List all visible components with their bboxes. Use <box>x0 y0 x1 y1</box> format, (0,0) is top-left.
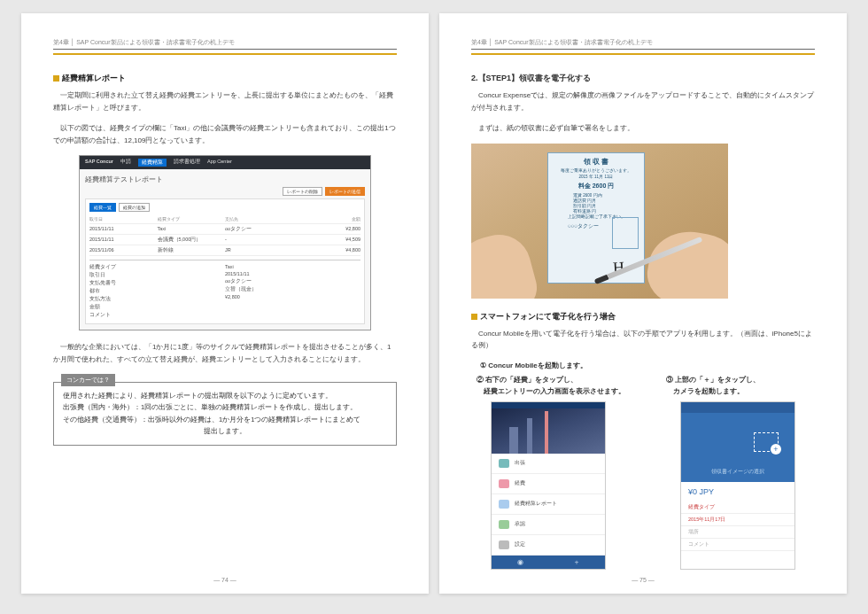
ss-button-row: レポートの削除 レポートの送信 <box>85 187 365 196</box>
list-item: 経費 <box>492 474 605 494</box>
form-field: 場所 <box>681 526 794 539</box>
ss-tab: 経費一覧 <box>89 203 116 212</box>
phone-col-left: ② 右下の「経費」をタップし、 経費エントリーの入力画面を表示させます。 出張 … <box>471 376 625 570</box>
ss-add-button: 経費の追加 <box>119 203 150 212</box>
section-title: スマートフォンにて電子化を行う場合 <box>471 311 815 323</box>
paragraph: Concur Mobileを用いて電子化を行う場合は、以下の手順でアプリを利用し… <box>471 328 815 352</box>
step-3-label: ③ 上部の「＋」をタップし、 <box>666 376 815 385</box>
phone-upload-area: 領収書イメージの選択 <box>681 413 794 482</box>
step-2-label: ② 右下の「経費」をタップし、 <box>477 376 625 385</box>
receipt-stamp-box <box>612 217 639 249</box>
ss-nav-item-active: 経費精算 <box>138 159 167 167</box>
hand-right <box>642 225 728 299</box>
ss-detail-pane: 経費タイプ 取引日 支払先番号 都市 支払方法 金額 コメント Taxi 201… <box>89 260 360 320</box>
table-row: 2015/11/11Taxiooタクシー¥2,800 <box>89 224 360 235</box>
form-field: コメント <box>681 539 794 551</box>
phone-mock-home: 出張 経費 経費精算レポート 承認 設定 ◉ ＋ <box>491 401 606 570</box>
list-item: 経費精算レポート <box>492 494 605 515</box>
page-header: 第4章 │ SAP Concur製品による領収書・請求書電子化の机上デモ <box>471 38 815 50</box>
car-icon <box>499 479 509 488</box>
table-row: 2015/11/06新幹線JR¥4,800 <box>89 245 360 256</box>
bullet-square-icon <box>471 314 477 320</box>
photo-receipt-signing: 領 収 書 毎度ご乗車ありがとうございます。 2015 年 11月 11日 料金… <box>471 144 728 299</box>
list-item: 出張 <box>492 454 605 474</box>
phone-tab-bar: ◉ ＋ <box>492 556 605 569</box>
step-1: ① Concur Mobileを起動します。 <box>480 361 815 370</box>
phone-mock-entry: 領収書イメージの選択 ¥0 JPY 経費タイプ 2015年11月17日 場所 コ… <box>680 401 795 570</box>
paragraph: 一般的な企業においては、「1か月に1度」等のサイクルで経費精算レポートを提出させ… <box>53 341 397 365</box>
ss-submit-button: レポートの送信 <box>325 187 365 196</box>
receipt-sub: 毎度ご乗車ありがとうございます。 <box>552 168 640 173</box>
ss-table: 経費一覧 経費の追加 取引日経費タイプ支払先金額 2015/11/11Taxio… <box>85 198 365 324</box>
table-row: 2015/11/11会議費（5,000円）-¥4,509 <box>89 235 360 245</box>
add-photo-icon <box>754 432 779 452</box>
page-number: 74 <box>21 577 429 583</box>
section-title-text: 経費精算レポート <box>62 74 126 82</box>
info-line: 提出します。 <box>63 425 387 438</box>
ss-table-head: 取引日経費タイプ支払先金額 <box>89 214 360 224</box>
ss-nav-item: 申請 <box>120 159 131 167</box>
header-rule <box>53 53 397 55</box>
list-item: 承認 <box>492 515 605 535</box>
bullet-square-icon <box>53 75 59 82</box>
hand-left <box>471 228 542 299</box>
receipt-title: 領 収 書 <box>552 157 640 167</box>
receipt-price: 料金 2600 円 <box>552 182 640 190</box>
screenshot-concur-web: SAP Concur 申請 経費精算 請求書処理 App Center 経費精算… <box>79 155 371 330</box>
info-box-tag: コンカーでは？ <box>61 374 115 387</box>
info-line: 使用された経費により、経費精算レポートの提出期限を以下のように定めています。 <box>63 390 387 402</box>
info-line: 出張費（国内・海外）：1回の出張ごとに、単独の経費精算レポートを作成し、提出しま… <box>63 401 387 414</box>
page-left: 第4章 │ SAP Concur製品による領収書・請求書電子化の机上デモ 経費精… <box>21 13 429 594</box>
section-title-text: スマートフォンにて電子化を行う場合 <box>480 312 616 321</box>
ss-body: 経費精算テストレポート レポートの削除 レポートの送信 経費一覧 経費の追加 取… <box>80 169 370 330</box>
info-box: コンカーでは？ 使用された経費により、経費精算レポートの提出期限を以下のように定… <box>53 382 397 446</box>
upload-label: 領収書イメージの選択 <box>681 469 794 475</box>
form-field: 2015年11月17日 <box>681 514 794 526</box>
info-line: その他経費（交通費等）：出張時以外の経費は、1か月分を1つの経費精算レポートにま… <box>63 414 387 426</box>
list-item: 設定 <box>492 535 605 556</box>
ss-nav-item: 請求書処理 <box>174 159 200 167</box>
form-field: 経費タイプ <box>681 501 794 514</box>
phone-status-bar <box>492 402 605 408</box>
step-title: 2.【STEP1】領収書を電子化する <box>471 73 815 84</box>
check-icon <box>499 520 509 529</box>
gear-icon <box>499 540 509 549</box>
ss-delete-button: レポートの削除 <box>283 187 322 196</box>
ss-report-title: 経費精算テストレポート <box>85 175 365 184</box>
section-title: 経費精算レポート <box>53 73 397 84</box>
amount-field: ¥0 JPY <box>681 482 794 501</box>
page-number: 75 <box>439 577 847 583</box>
phone-status-bar <box>681 402 794 413</box>
phone-hero-image <box>492 408 605 454</box>
plane-icon <box>499 459 509 468</box>
paragraph: まずは、紙の領収書に必ず自筆で署名をします。 <box>471 122 815 135</box>
page-right: 第4章 │ SAP Concur製品による領収書・請求書電子化の机上デモ 2.【… <box>439 13 847 594</box>
step-2-sublabel: 経費エントリーの入力画面を表示させます。 <box>484 387 625 396</box>
paragraph: 一定期間に利用された立て替え経費の経費エントリーを、上長に提出する単位にまとめた… <box>53 89 397 113</box>
ss-nav-item: App Center <box>207 159 232 167</box>
receipt-date: 2015 年 11月 11日 <box>552 175 640 179</box>
step-3-sublabel: カメラを起動します。 <box>673 387 815 396</box>
report-icon <box>499 500 509 509</box>
camera-icon: ◉ <box>492 556 548 569</box>
phone-row: ② 右下の「経費」をタップし、 経費エントリーの入力画面を表示させます。 出張 … <box>471 376 815 570</box>
ss-logo: SAP Concur <box>85 159 113 167</box>
paragraph: Concur Expenseでは、規定の解像度の画像ファイルをアップロードするこ… <box>471 89 815 113</box>
ss-navbar: SAP Concur 申請 経費精算 請求書処理 App Center <box>80 156 370 169</box>
phone-col-right: ③ 上部の「＋」をタップし、 カメラを起動します。 領収書イメージの選択 ¥0 … <box>661 376 815 570</box>
plus-icon: ＋ <box>548 556 605 569</box>
receipt-paper: 領 収 書 毎度ご乗車ありがとうございます。 2015 年 11月 11日 料金… <box>547 152 645 284</box>
paragraph: 以下の図では、経費タイプの欄に「Taxi」の他に会議費等の経費エントリーも含まれ… <box>53 122 397 146</box>
header-rule <box>471 53 815 55</box>
page-header: 第4章 │ SAP Concur製品による領収書・請求書電子化の机上デモ <box>53 38 397 50</box>
